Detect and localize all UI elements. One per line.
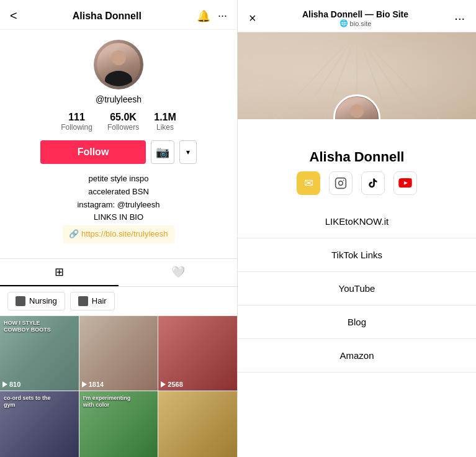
followers-count: 65.0K bbox=[110, 112, 137, 123]
dropdown-button[interactable]: ▾ bbox=[179, 140, 197, 164]
following-label: Following bbox=[61, 123, 92, 132]
left-panel: < Alisha Donnell 🔔 ··· @trulyleesh 111 F… bbox=[0, 0, 238, 457]
back-button[interactable]: < bbox=[10, 9, 17, 23]
right-header-center: Alisha Donnell — Bio Site 🌐 bio.site bbox=[259, 9, 452, 27]
bio-link-tiktok[interactable]: TikTok Links bbox=[238, 238, 476, 272]
profile-title: Alisha Donnell bbox=[73, 11, 141, 22]
video-count-2: 1814 bbox=[82, 381, 104, 388]
video-grid: HOW I STYLE COWBOY BOOTS 810 1814 2568 c… bbox=[0, 316, 237, 457]
bio-site-url: bio.site bbox=[350, 20, 372, 27]
instagram-button[interactable]: 📷 bbox=[151, 140, 174, 164]
bio-social-icons: ✉ bbox=[297, 171, 417, 195]
bio-line-2: accelerated BSN bbox=[63, 186, 174, 199]
tab-liked[interactable]: 🤍 bbox=[119, 259, 237, 286]
likes-count: 1.1M bbox=[154, 112, 176, 123]
playlist-hair[interactable]: Hair bbox=[70, 292, 115, 310]
playlist-row: Nursing Hair bbox=[0, 287, 237, 316]
right-header: × Alisha Donnell — Bio Site 🌐 bio.site ·… bbox=[238, 0, 476, 32]
following-count: 111 bbox=[68, 112, 85, 123]
video-cell-6[interactable] bbox=[158, 391, 237, 457]
youtube-icon-button[interactable] bbox=[393, 171, 417, 195]
video-count-1: 810 bbox=[2, 381, 20, 388]
bio-link-liketoknow[interactable]: LIKEtoKNOW.it bbox=[238, 205, 476, 238]
play-icon bbox=[2, 381, 7, 387]
video-cell-2[interactable]: 1814 bbox=[79, 316, 158, 391]
likes-label: Likes bbox=[156, 123, 174, 132]
username: @trulyleesh bbox=[96, 94, 141, 104]
video-label-4: co-ord sets to the gym bbox=[4, 395, 56, 409]
bell-icon[interactable]: 🔔 bbox=[197, 9, 210, 23]
action-row: Follow 📷 ▾ bbox=[12, 140, 225, 164]
bio-link-youtube[interactable]: YouTube bbox=[238, 272, 476, 305]
grid-icon: ⊞ bbox=[55, 265, 64, 279]
header-icons: 🔔 ··· bbox=[197, 9, 227, 23]
bio-text: petite style inspo accelerated BSN insta… bbox=[63, 173, 174, 243]
more-dots-icon[interactable]: ··· bbox=[218, 9, 227, 22]
playlist-icon-2 bbox=[78, 296, 88, 306]
play-icon-3 bbox=[161, 381, 166, 387]
play-icon-2 bbox=[82, 381, 87, 387]
bio-line-3: instagram: @trulyleesh bbox=[63, 199, 174, 212]
video-cell-1[interactable]: HOW I STYLE COWBOY BOOTS 810 bbox=[0, 316, 79, 391]
instagram-icon: 📷 bbox=[156, 145, 169, 159]
tiktok-icon-button[interactable] bbox=[361, 171, 385, 195]
bio-link-amazon[interactable]: Amazon bbox=[238, 339, 476, 373]
video-cell-3[interactable]: 2568 bbox=[158, 316, 237, 391]
bio-site-subtitle: 🌐 bio.site bbox=[339, 19, 372, 27]
close-button[interactable]: × bbox=[246, 9, 259, 28]
video-cell-5[interactable]: I'm experimenting with color bbox=[79, 391, 158, 457]
stat-followers: 65.0K Followers bbox=[107, 112, 139, 132]
bio-line-1: petite style inspo bbox=[63, 173, 174, 186]
bio-line-4: LINKS IN BIO bbox=[63, 211, 174, 224]
svg-point-9 bbox=[339, 181, 343, 186]
bio-links-list: LIKEtoKNOW.it TikTok Links YouTube Blog … bbox=[238, 205, 476, 457]
heart-outline-icon: 🤍 bbox=[171, 265, 185, 279]
video-cell-4[interactable]: co-ord sets to the gym bbox=[0, 391, 79, 457]
bio-site-title: Alisha Donnell — Bio Site bbox=[302, 9, 408, 19]
playlist-nursing[interactable]: Nursing bbox=[7, 292, 65, 310]
bio-link-blog[interactable]: Blog bbox=[238, 305, 476, 339]
avatar bbox=[94, 40, 143, 89]
video-label-5: I'm experimenting with color bbox=[83, 395, 136, 409]
avatar-image bbox=[97, 43, 140, 86]
bio-link[interactable]: https://bio.site/trulyleesh bbox=[63, 225, 174, 243]
bio-hero bbox=[238, 32, 476, 119]
right-more-button[interactable]: ··· bbox=[452, 9, 467, 28]
stats-row: 111 Following 65.0K Followers 1.1M Likes bbox=[61, 112, 176, 132]
chevron-down-icon: ▾ bbox=[186, 148, 190, 156]
bio-display-name: Alisha Donnell bbox=[310, 149, 405, 165]
tab-grid[interactable]: ⊞ bbox=[0, 259, 119, 286]
email-icon-button[interactable]: ✉ bbox=[297, 171, 320, 195]
playlist-hair-label: Hair bbox=[92, 296, 107, 305]
stat-likes: 1.1M Likes bbox=[154, 112, 176, 132]
followers-label: Followers bbox=[107, 123, 139, 132]
content-tabs: ⊞ 🤍 bbox=[0, 258, 237, 287]
video-label-1: HOW I STYLE COWBOY BOOTS bbox=[4, 320, 56, 333]
follow-button[interactable]: Follow bbox=[40, 140, 146, 164]
svg-rect-8 bbox=[336, 178, 346, 189]
bio-avatar-image bbox=[336, 97, 378, 119]
left-header: < Alisha Donnell 🔔 ··· bbox=[0, 0, 237, 30]
stat-following: 111 Following bbox=[61, 112, 92, 132]
playlist-nursing-label: Nursing bbox=[29, 296, 57, 305]
right-panel: × Alisha Donnell — Bio Site 🌐 bio.site ·… bbox=[238, 0, 476, 457]
svg-point-10 bbox=[343, 180, 344, 181]
video-count-3: 2568 bbox=[161, 381, 182, 388]
playlist-icon bbox=[16, 296, 25, 306]
instagram-icon-button[interactable] bbox=[329, 171, 353, 195]
globe-icon: 🌐 bbox=[339, 19, 348, 27]
profile-section: @trulyleesh 111 Following 65.0K Follower… bbox=[0, 30, 237, 255]
